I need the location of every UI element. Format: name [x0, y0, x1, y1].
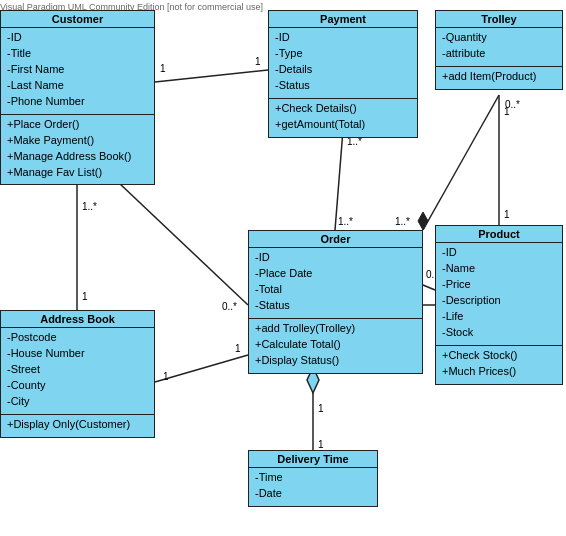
- addressbook-title: Address Book: [1, 311, 154, 328]
- attr-time: -Time: [255, 470, 373, 486]
- customer-title: Customer: [1, 11, 154, 28]
- method-display-only: +Display Only(Customer): [7, 417, 150, 433]
- attr-lastname: -Last Name: [7, 78, 150, 94]
- svg-text:1: 1: [82, 291, 88, 302]
- trolley-attributes: -Quantity -attribute: [436, 28, 562, 67]
- svg-line-29: [423, 285, 435, 290]
- svg-text:1: 1: [318, 439, 324, 450]
- payment-box: Payment -ID -Type -Details -Status +Chec…: [268, 10, 418, 138]
- payment-methods: +Check Details() +getAmount(Total): [269, 99, 417, 137]
- deliverytime-box: Delivery Time -Time -Date: [248, 450, 378, 507]
- deliverytime-title: Delivery Time: [249, 451, 377, 468]
- attr-details: -Details: [275, 62, 413, 78]
- attr-firstname: -First Name: [7, 62, 150, 78]
- svg-text:1: 1: [235, 343, 241, 354]
- method-manage-address: +Manage Address Book(): [7, 149, 150, 165]
- attr-total: -Total: [255, 282, 418, 298]
- attr-stock: -Stock: [442, 325, 558, 341]
- method-get-amount: +getAmount(Total): [275, 117, 413, 133]
- trolley-methods: +add Item(Product): [436, 67, 562, 89]
- attr-county: -County: [7, 378, 150, 394]
- addressbook-attributes: -Postcode -House Number -Street -County …: [1, 328, 154, 415]
- deliverytime-attributes: -Time -Date: [249, 468, 377, 506]
- svg-text:1: 1: [318, 403, 324, 414]
- product-box: Product -ID -Name -Price -Description -L…: [435, 225, 563, 385]
- method-add-item: +add Item(Product): [442, 69, 558, 85]
- attr-id: -ID: [442, 245, 558, 261]
- order-attributes: -ID -Place Date -Total -Status: [249, 248, 422, 319]
- method-check-stock: +Check Stock(): [442, 348, 558, 364]
- attr-status: -Status: [275, 78, 413, 94]
- attr-name: -Name: [442, 261, 558, 277]
- addressbook-box: Address Book -Postcode -House Number -St…: [0, 310, 155, 438]
- svg-line-4: [100, 165, 248, 305]
- product-methods: +Check Stock() +Much Prices(): [436, 346, 562, 384]
- method-make-payment: +Make Payment(): [7, 133, 150, 149]
- attr-status: -Status: [255, 298, 418, 314]
- attr-date: -Date: [255, 486, 373, 502]
- trolley-title: Trolley: [436, 11, 562, 28]
- attr-street: -Street: [7, 362, 150, 378]
- payment-title: Payment: [269, 11, 417, 28]
- attr-house-number: -House Number: [7, 346, 150, 362]
- product-title: Product: [436, 226, 562, 243]
- svg-line-11: [423, 95, 499, 230]
- method-much-prices: +Much Prices(): [442, 364, 558, 380]
- svg-text:0..*: 0..*: [505, 99, 520, 110]
- method-add-trolley: +add Trolley(Trolley): [255, 321, 418, 337]
- order-box: Order -ID -Place Date -Total -Status +ad…: [248, 230, 423, 374]
- svg-text:1..*: 1..*: [347, 136, 362, 147]
- addressbook-methods: +Display Only(Customer): [1, 415, 154, 437]
- attr-type: -Type: [275, 46, 413, 62]
- svg-line-18: [155, 355, 248, 382]
- customer-attributes: -ID -Title -First Name -Last Name -Phone…: [1, 28, 154, 115]
- order-title: Order: [249, 231, 422, 248]
- product-attributes: -ID -Name -Price -Description -Life -Sto…: [436, 243, 562, 346]
- svg-text:1: 1: [504, 209, 510, 220]
- method-check-details: +Check Details(): [275, 101, 413, 117]
- attr-id: -ID: [7, 30, 150, 46]
- attr-life: -Life: [442, 309, 558, 325]
- payment-attributes: -ID -Type -Details -Status: [269, 28, 417, 99]
- attr-postcode: -Postcode: [7, 330, 150, 346]
- attr-title: -Title: [7, 46, 150, 62]
- svg-text:1: 1: [160, 63, 166, 74]
- svg-text:0..*: 0..*: [222, 301, 237, 312]
- order-methods: +add Trolley(Trolley) +Calculate Total()…: [249, 319, 422, 373]
- customer-box: Customer -ID -Title -First Name -Last Na…: [0, 10, 155, 185]
- svg-marker-12: [418, 212, 428, 230]
- attr-quantity: -Quantity: [442, 30, 558, 46]
- svg-text:1..*: 1..*: [395, 216, 410, 227]
- attr-price: -Price: [442, 277, 558, 293]
- attr-place-date: -Place Date: [255, 266, 418, 282]
- method-display-status: +Display Status(): [255, 353, 418, 369]
- method-manage-fav: +Manage Fav List(): [7, 165, 150, 181]
- svg-text:1..*: 1..*: [338, 216, 353, 227]
- method-calculate-total: +Calculate Total(): [255, 337, 418, 353]
- attr-phone: -Phone Number: [7, 94, 150, 110]
- svg-text:1..*: 1..*: [82, 201, 97, 212]
- svg-text:1: 1: [255, 56, 261, 67]
- attr-city: -City: [7, 394, 150, 410]
- svg-line-0: [155, 70, 268, 82]
- attr-id: -ID: [275, 30, 413, 46]
- svg-line-8: [335, 130, 343, 230]
- svg-text:1: 1: [163, 371, 169, 382]
- trolley-box: Trolley -Quantity -attribute +add Item(P…: [435, 10, 563, 90]
- customer-methods: +Place Order() +Make Payment() +Manage A…: [1, 115, 154, 185]
- attr-id: -ID: [255, 250, 418, 266]
- svg-text:1: 1: [504, 106, 510, 117]
- attr-attribute: -attribute: [442, 46, 558, 62]
- attr-description: -Description: [442, 293, 558, 309]
- method-place-order: +Place Order(): [7, 117, 150, 133]
